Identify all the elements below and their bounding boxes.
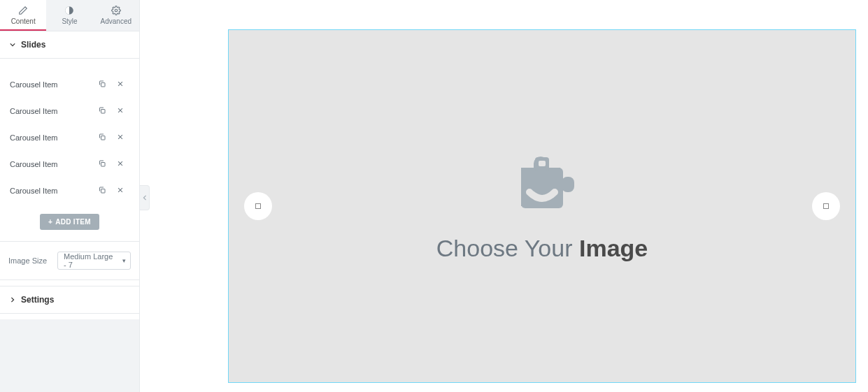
duplicate-icon[interactable] — [93, 186, 111, 196]
placeholder-text: Choose Your Image — [436, 235, 648, 262]
tab-label: Style — [62, 17, 77, 25]
placeholder-prefix: Choose Your — [436, 235, 579, 261]
slide-item[interactable]: Carousel Item — [8, 98, 131, 124]
slide-item[interactable]: Carousel Item — [8, 124, 131, 151]
svg-rect-4 — [101, 136, 106, 140]
duplicate-icon[interactable] — [93, 80, 111, 89]
carousel-prev-button[interactable] — [244, 192, 272, 220]
style-icon — [64, 6, 74, 15]
gear-icon — [111, 6, 121, 15]
section-slides[interactable]: Slides — [0, 31, 139, 59]
svg-rect-2 — [101, 83, 106, 87]
slide-item-label: Carousel Item — [10, 107, 93, 115]
sidebar-empty-area — [0, 319, 139, 392]
slide-item-label: Carousel Item — [10, 133, 93, 142]
tab-style[interactable]: Style — [46, 0, 92, 31]
carousel-next-button[interactable] — [812, 192, 840, 220]
image-size-select[interactable]: Medium Large - 7 — [57, 252, 131, 270]
slides-list: Carousel Item Carousel Item Carousel Ite… — [0, 59, 139, 241]
remove-icon[interactable] — [111, 107, 129, 115]
slide-item-label: Carousel Item — [10, 187, 93, 195]
remove-icon[interactable] — [111, 133, 129, 142]
select-value: Medium Large - 7 — [64, 252, 116, 269]
plus-icon: + — [48, 218, 52, 226]
puzzle-icon — [436, 150, 648, 222]
caret-right-icon — [10, 295, 15, 305]
tab-label: Advanced — [101, 17, 131, 25]
section-settings[interactable]: Settings — [0, 286, 139, 314]
caret-down-icon — [10, 40, 15, 50]
widget-canvas[interactable]: Choose Your Image — [228, 29, 856, 383]
tab-content[interactable]: Content — [0, 0, 46, 31]
panel-tabs: Content Style Advanced — [0, 0, 139, 31]
svg-rect-3 — [101, 110, 106, 114]
svg-rect-5 — [101, 163, 106, 167]
slide-item[interactable]: Carousel Item — [8, 71, 131, 98]
field-label: Image Size — [8, 256, 57, 265]
section-title: Settings — [21, 295, 54, 305]
remove-icon[interactable] — [111, 160, 129, 168]
tab-label: Content — [11, 17, 36, 25]
duplicate-icon[interactable] — [93, 133, 111, 143]
slide-item-label: Carousel Item — [10, 160, 93, 168]
svg-rect-6 — [101, 189, 106, 194]
slide-item-label: Carousel Item — [10, 80, 93, 89]
add-item-label: ADD ITEM — [55, 218, 91, 226]
svg-rect-7 — [521, 168, 563, 208]
section-title: Slides — [21, 40, 45, 50]
svg-rect-9 — [539, 161, 546, 166]
tab-advanced[interactable]: Advanced — [93, 0, 139, 31]
remove-icon[interactable] — [111, 80, 129, 89]
image-placeholder[interactable]: Choose Your Image — [436, 150, 648, 262]
duplicate-icon[interactable] — [93, 159, 111, 169]
svg-point-1 — [115, 9, 118, 12]
add-item-button[interactable]: +ADD ITEM — [40, 214, 99, 230]
svg-rect-10 — [562, 177, 574, 192]
pencil-icon — [18, 6, 28, 15]
preview-area: Choose Your Image — [140, 0, 868, 392]
slide-item[interactable]: Carousel Item — [8, 151, 131, 177]
duplicate-icon[interactable] — [93, 106, 111, 116]
placeholder-bold: Image — [579, 235, 648, 261]
editor-sidebar: Content Style Advanced Slides Carousel I… — [0, 0, 140, 392]
image-size-field: Image Size Medium Large - 7 — [0, 241, 139, 280]
remove-icon[interactable] — [111, 187, 129, 195]
slide-item[interactable]: Carousel Item — [8, 177, 131, 204]
